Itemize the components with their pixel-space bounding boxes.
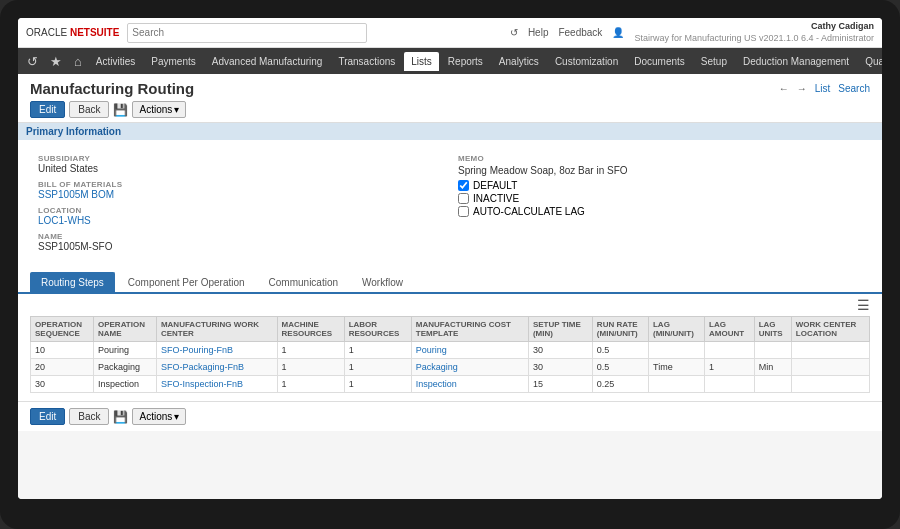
nav-back-icon[interactable]: ↺	[22, 54, 43, 69]
nav-payments[interactable]: Payments	[144, 52, 202, 71]
cell-cost-template[interactable]: Packaging	[411, 359, 528, 376]
default-checkbox[interactable]	[458, 180, 469, 191]
actions-button[interactable]: Actions ▾	[132, 101, 186, 118]
nav-documents[interactable]: Documents	[627, 52, 692, 71]
memo-value: Spring Meadow Soap, 8oz Bar in SFO	[458, 165, 862, 176]
cell-lag-amount	[705, 376, 755, 393]
cell-run-rate: 0.5	[592, 342, 648, 359]
col-lag-amount: LAGAMOUNT	[705, 317, 755, 342]
nav-quality[interactable]: Quality	[858, 52, 882, 71]
help-link[interactable]: Help	[528, 27, 549, 38]
bottom-save-icon[interactable]: 💾	[113, 410, 128, 424]
cell-lag-amount: 1	[705, 359, 755, 376]
cell-wc-location	[791, 359, 869, 376]
primary-info-header[interactable]: Primary Information	[18, 123, 882, 140]
list-link[interactable]: List	[815, 83, 831, 94]
col-run-rate: RUN RATE(MIN/UNIT)	[592, 317, 648, 342]
nav-transactions[interactable]: Transactions	[331, 52, 402, 71]
bom-value[interactable]: SSP1005M BOM	[38, 189, 442, 200]
subsidiary-label: SUBSIDIARY	[38, 154, 442, 163]
actions-chevron-icon: ▾	[174, 104, 179, 115]
auto-calculate-label: AUTO-CALCULATE LAG	[473, 206, 585, 217]
auto-calculate-checkbox-row: AUTO-CALCULATE LAG	[458, 206, 862, 217]
content-area: Manufacturing Routing ← → List Search Ed…	[18, 74, 882, 499]
bom-label: BILL OF MATERIALS	[38, 180, 442, 189]
cell-cost-template[interactable]: Inspection	[411, 376, 528, 393]
nav-advanced-manufacturing[interactable]: Advanced Manufacturing	[205, 52, 330, 71]
col-work-center: MANUFACTURING WORKCENTER	[156, 317, 277, 342]
nav-bar: ↺ ★ ⌂ Activities Payments Advanced Manuf…	[18, 48, 882, 74]
primary-info-section: Primary Information SUBSIDIARY United St…	[18, 123, 882, 272]
cell-op-name: Packaging	[93, 359, 156, 376]
cell-lag-type	[648, 376, 704, 393]
cell-seq: 10	[31, 342, 94, 359]
tab-workflow[interactable]: Workflow	[351, 272, 414, 292]
nav-lists[interactable]: Lists	[404, 52, 439, 71]
bottom-back-button[interactable]: Back	[69, 408, 109, 425]
tab-communication[interactable]: Communication	[258, 272, 349, 292]
nav-reports[interactable]: Reports	[441, 52, 490, 71]
cell-seq: 30	[31, 376, 94, 393]
location-label: LOCATION	[38, 206, 442, 215]
oracle-logo: ORACLE NETSUITE	[26, 27, 119, 38]
cell-labor-res: 1	[344, 342, 411, 359]
cell-op-name: Pouring	[93, 342, 156, 359]
inactive-checkbox[interactable]	[458, 193, 469, 204]
auto-calculate-checkbox[interactable]	[458, 206, 469, 217]
col-setup-time: SETUP TIME(MIN)	[528, 317, 592, 342]
nav-deduction[interactable]: Deduction Management	[736, 52, 856, 71]
page-header: Manufacturing Routing ← → List Search Ed…	[18, 74, 882, 123]
col-lag-units: LAGUNITS	[754, 317, 791, 342]
cell-setup-time: 30	[528, 359, 592, 376]
cell-work-center[interactable]: SFO-Packaging-FnB	[156, 359, 277, 376]
name-label: NAME	[38, 232, 442, 241]
cell-lag-units	[754, 342, 791, 359]
cell-cost-template[interactable]: Pouring	[411, 342, 528, 359]
cell-work-center[interactable]: SFO-Inspection-FnB	[156, 376, 277, 393]
table-section: ☰ OPERATIONSEQUENCE OPERATIONNAME MANUFA…	[18, 294, 882, 401]
refresh-icon[interactable]: ↺	[510, 27, 518, 38]
table-menu-icon[interactable]: ☰	[857, 297, 870, 313]
cell-labor-res: 1	[344, 359, 411, 376]
cell-wc-location	[791, 376, 869, 393]
nav-home-icon[interactable]: ⌂	[69, 54, 87, 69]
memo-label: MEMO	[458, 154, 862, 163]
table-toolbar: ☰	[30, 294, 870, 316]
cell-lag-units: Min	[754, 359, 791, 376]
nav-prev-icon[interactable]: ←	[779, 83, 789, 94]
primary-info-body: SUBSIDIARY United States BILL OF MATERIA…	[18, 140, 882, 272]
cell-work-center[interactable]: SFO-Pouring-FnB	[156, 342, 277, 359]
tab-routing-steps[interactable]: Routing Steps	[30, 272, 115, 292]
bottom-edit-button[interactable]: Edit	[30, 408, 65, 425]
col-machine-res: MACHINERESOURCES	[277, 317, 344, 342]
nav-analytics[interactable]: Analytics	[492, 52, 546, 71]
name-value: SSP1005M-SFO	[38, 241, 442, 252]
table-row: 10PouringSFO-Pouring-FnB11Pouring300.5	[31, 342, 870, 359]
nav-customization[interactable]: Customization	[548, 52, 625, 71]
nav-activities[interactable]: Activities	[89, 52, 142, 71]
nav-star-icon[interactable]: ★	[45, 54, 67, 69]
search-input[interactable]	[127, 23, 367, 43]
cell-setup-time: 30	[528, 342, 592, 359]
tab-component-per-operation[interactable]: Component Per Operation	[117, 272, 256, 292]
feedback-link[interactable]: Feedback	[558, 27, 602, 38]
location-value[interactable]: LOC1-WHS	[38, 215, 442, 226]
cell-lag-units	[754, 376, 791, 393]
edit-button[interactable]: Edit	[30, 101, 65, 118]
nav-next-icon[interactable]: →	[797, 83, 807, 94]
user-icon: 👤	[612, 27, 624, 38]
cell-machine-res: 1	[277, 342, 344, 359]
routing-table: OPERATIONSEQUENCE OPERATIONNAME MANUFACT…	[30, 316, 870, 393]
bottom-actions-button[interactable]: Actions ▾	[132, 408, 186, 425]
cell-run-rate: 0.25	[592, 376, 648, 393]
save-icon[interactable]: 💾	[113, 103, 128, 117]
cell-op-name: Inspection	[93, 376, 156, 393]
bottom-toolbar: Edit Back 💾 Actions ▾	[18, 401, 882, 431]
table-row: 30InspectionSFO-Inspection-FnB11Inspecti…	[31, 376, 870, 393]
back-button[interactable]: Back	[69, 101, 109, 118]
cell-run-rate: 0.5	[592, 359, 648, 376]
page-title: Manufacturing Routing	[30, 80, 194, 97]
nav-setup[interactable]: Setup	[694, 52, 734, 71]
page-actions-right: ← → List Search	[779, 83, 870, 94]
search-link[interactable]: Search	[838, 83, 870, 94]
